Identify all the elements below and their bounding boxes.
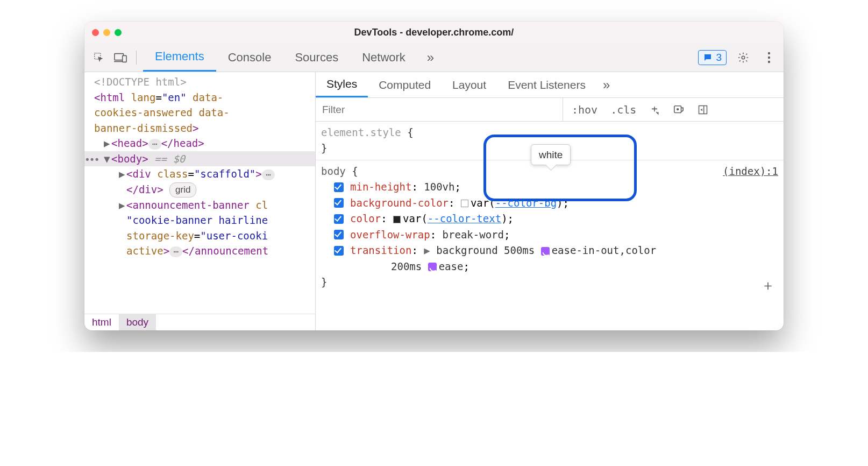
ellipsis-icon[interactable]: ⋯ xyxy=(169,246,182,257)
tab-computed[interactable]: Computed xyxy=(368,72,442,97)
dom-breadcrumbs: html body xyxy=(84,314,315,330)
more-tabs-icon[interactable]: » xyxy=(421,50,440,65)
rule-source-link[interactable]: (index):1 xyxy=(723,165,778,177)
tab-event-listeners[interactable]: Event Listeners xyxy=(497,72,596,97)
svg-point-4 xyxy=(742,56,745,59)
new-style-rule-icon[interactable] xyxy=(646,103,663,116)
hov-toggle[interactable]: :hov xyxy=(568,102,601,117)
device-toggle-icon[interactable] xyxy=(111,48,130,67)
prop-overflow-wrap[interactable]: overflow-wrap: break-word; xyxy=(321,227,778,243)
collapse-caret-icon[interactable]: ▼ xyxy=(104,151,111,167)
rule-selector[interactable]: body xyxy=(321,165,346,177)
dom-tree[interactable]: <!DOCTYPE html> <html lang="en" data- co… xyxy=(84,72,315,314)
svg-rect-3 xyxy=(123,55,126,62)
tab-elements[interactable]: Elements xyxy=(143,43,216,72)
dollar-zero-indicator: == $0 xyxy=(154,153,185,165)
css-variable-link[interactable]: --color-text xyxy=(428,213,501,224)
content-split: <!DOCTYPE html> <html lang="en" data- co… xyxy=(84,72,784,330)
styles-sub-tabs: Styles Computed Layout Event Listeners » xyxy=(316,72,784,98)
enable-checkbox[interactable] xyxy=(334,214,344,224)
tab-console[interactable]: Console xyxy=(216,43,283,72)
devtools-window: DevTools - developer.chrome.com/ Element… xyxy=(84,22,784,330)
breadcrumb-body[interactable]: body xyxy=(119,314,156,330)
enable-checkbox[interactable] xyxy=(334,246,344,256)
toolbar-right: 3 xyxy=(698,48,778,67)
more-subtabs-icon[interactable]: » xyxy=(596,77,616,93)
grid-badge[interactable]: grid xyxy=(169,182,196,197)
row-actions-icon[interactable]: ••• xyxy=(84,152,99,167)
elements-panel: <!DOCTYPE html> <html lang="en" data- co… xyxy=(84,72,316,330)
issues-count: 3 xyxy=(716,52,722,63)
dom-doctype: <!DOCTYPE html> xyxy=(94,76,187,88)
easing-swatch-icon[interactable] xyxy=(541,247,550,256)
expand-caret-icon[interactable]: ▶ xyxy=(119,197,126,213)
ellipsis-icon[interactable]: ⋯ xyxy=(148,139,161,150)
selected-dom-node[interactable]: ••• ▼<body> == $0 xyxy=(84,151,315,167)
prop-transition-cont: 200ms ease; xyxy=(321,259,778,274)
tab-layout[interactable]: Layout xyxy=(442,72,497,97)
filter-tools: :hov .cls xyxy=(563,102,717,117)
issues-count-button[interactable]: 3 xyxy=(698,50,727,65)
breadcrumb-html[interactable]: html xyxy=(84,314,119,330)
separator xyxy=(136,51,137,65)
main-toolbar: Elements Console Sources Network » 3 xyxy=(84,43,784,72)
expand-caret-icon[interactable]: ▶ xyxy=(119,166,126,182)
settings-icon[interactable] xyxy=(734,48,752,67)
prop-background-color[interactable]: background-color: var(--color-bg); xyxy=(321,195,778,211)
tab-network[interactable]: Network xyxy=(350,43,417,72)
prop-min-height[interactable]: min-height: 100vh; xyxy=(321,179,778,195)
svg-point-11 xyxy=(677,108,679,110)
close-window-button[interactable] xyxy=(92,29,99,36)
color-swatch-icon[interactable] xyxy=(393,216,401,223)
window-title: DevTools - developer.chrome.com/ xyxy=(84,27,784,38)
paint-palette-icon[interactable] xyxy=(670,103,688,116)
easing-swatch-icon[interactable] xyxy=(428,263,437,271)
enable-checkbox[interactable] xyxy=(334,198,344,208)
main-tabs: Elements Console Sources Network xyxy=(143,43,417,72)
filter-row: :hov .cls xyxy=(316,98,784,122)
svg-point-7 xyxy=(768,60,770,62)
tab-sources[interactable]: Sources xyxy=(283,43,350,72)
svg-rect-12 xyxy=(699,105,707,114)
css-variable-link[interactable]: --color-bg xyxy=(495,197,557,209)
enable-checkbox[interactable] xyxy=(334,182,344,192)
add-property-icon[interactable]: ＋ xyxy=(758,274,778,296)
svg-point-6 xyxy=(768,56,770,58)
maximize-window-button[interactable] xyxy=(115,29,122,36)
kebab-menu-icon[interactable] xyxy=(760,48,778,67)
color-swatch-icon[interactable] xyxy=(461,200,468,207)
ellipsis-icon[interactable]: ⋯ xyxy=(262,170,275,180)
enable-checkbox[interactable] xyxy=(334,230,344,239)
styles-panel: Styles Computed Layout Event Listeners »… xyxy=(316,72,784,330)
cls-toggle[interactable]: .cls xyxy=(607,102,639,117)
prop-color[interactable]: color: var(--color-text); xyxy=(321,211,778,227)
prop-transition[interactable]: transition: ▶ background 500ms ease-in-o… xyxy=(321,243,778,258)
tab-styles[interactable]: Styles xyxy=(316,72,368,97)
inspect-element-icon[interactable] xyxy=(90,48,108,67)
styles-filter-input[interactable] xyxy=(316,98,563,121)
expand-caret-icon[interactable]: ▶ xyxy=(104,136,111,151)
svg-point-5 xyxy=(768,52,770,54)
var-resolved-tooltip: white xyxy=(531,144,571,165)
style-rules: element.style { } body { (index):1 min-h… xyxy=(316,122,784,301)
titlebar: DevTools - developer.chrome.com/ xyxy=(84,22,784,43)
minimize-window-button[interactable] xyxy=(103,29,110,36)
traffic-lights xyxy=(92,29,122,36)
computed-panel-toggle-icon[interactable] xyxy=(694,103,712,116)
